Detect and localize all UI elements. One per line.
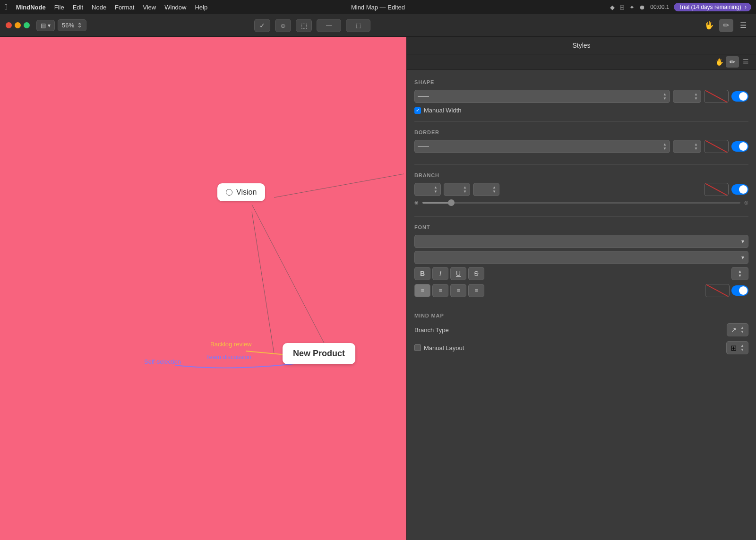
- maximize-button[interactable]: [24, 22, 30, 28]
- align-center-button[interactable]: ≡: [432, 284, 448, 297]
- shape-style-select[interactable]: —— ▲▼: [414, 90, 670, 103]
- font-style-chevron-icon: ▾: [741, 254, 744, 261]
- menubar-window[interactable]: Window: [164, 4, 186, 11]
- toolbar-center: ✓ ☺ ⬚ — ⬚: [254, 19, 370, 32]
- menubar-node[interactable]: Node: [92, 4, 106, 11]
- share-button[interactable]: ⬚: [346, 19, 370, 32]
- menubar-help[interactable]: Help: [195, 4, 207, 11]
- shape-size-spinner[interactable]: ▲▼: [694, 93, 698, 101]
- border-color-swatch[interactable]: [704, 140, 729, 153]
- self-selection-label: Self-selection: [144, 358, 181, 365]
- border-style-select[interactable]: —— ▲▼: [414, 140, 670, 153]
- manual-layout-control[interactable]: ⊞ ▲▼: [726, 341, 748, 354]
- toolbar-left: ▤ ▾ 56% ⇕: [6, 19, 86, 31]
- manual-width-checkbox[interactable]: ✓: [414, 107, 421, 114]
- branch-type-control[interactable]: ↗ ▲▼: [727, 323, 748, 336]
- vision-node[interactable]: Vision: [217, 183, 265, 201]
- view-icon: ▤: [41, 22, 46, 29]
- border-size-select[interactable]: ▲▼: [673, 140, 701, 153]
- branch-style-select-3[interactable]: ▲▼: [473, 183, 499, 196]
- zoom-control[interactable]: 56% ⇕: [58, 19, 86, 31]
- branch-style-2-spinner[interactable]: ▲▼: [463, 186, 467, 194]
- shape-style-spinner[interactable]: ▲▼: [663, 93, 667, 101]
- canvas[interactable]: Vision New Product Backlog review Team d…: [0, 37, 406, 540]
- font-section: FONT ▾ ▾ B I U: [407, 220, 756, 302]
- close-button[interactable]: [6, 22, 12, 28]
- system-icon-1: ◆: [610, 4, 615, 11]
- font-section-title: FONT: [414, 224, 748, 230]
- border-size-spinner[interactable]: ▲▼: [694, 143, 698, 151]
- hand-tool-button[interactable]: 🖐: [702, 19, 716, 32]
- style-panel-button[interactable]: ✏: [719, 19, 733, 32]
- svg-line-6: [705, 183, 728, 196]
- minimize-button[interactable]: [15, 22, 21, 28]
- shape-color-swatch[interactable]: [704, 90, 729, 103]
- font-color-swatch[interactable]: [705, 284, 730, 297]
- border-style-spinner[interactable]: ▲▼: [663, 143, 667, 151]
- manual-width-row: ✓ Manual Width: [414, 107, 748, 114]
- focus-mode-button[interactable]: ✓: [254, 19, 270, 32]
- strikethrough-button[interactable]: S: [468, 267, 484, 280]
- shape-color-diagonal-icon: [704, 90, 728, 103]
- menubar-edit[interactable]: Edit: [73, 4, 83, 11]
- border-color-toggle[interactable]: [731, 141, 748, 152]
- manual-layout-spinner[interactable]: ▲▼: [740, 344, 744, 352]
- branch-style-1-spinner[interactable]: ▲▼: [434, 186, 438, 194]
- shape-color-toggle[interactable]: [731, 91, 748, 102]
- new-product-node[interactable]: New Product: [283, 343, 355, 364]
- align-left-button[interactable]: ≡: [414, 284, 430, 297]
- font-style-select[interactable]: ▾: [414, 251, 748, 264]
- panel-tab-format[interactable]: ✏: [726, 56, 739, 68]
- view-chevron-icon: ▾: [48, 22, 51, 29]
- panel-tab-outline[interactable]: ☰: [739, 56, 752, 68]
- menubar-file[interactable]: File: [54, 4, 64, 11]
- border-color-diagonal-icon: [704, 140, 728, 153]
- team-discussion-label: Team discussion: [206, 353, 251, 360]
- manual-layout-checkbox[interactable]: [414, 344, 421, 351]
- branch-style-select-1[interactable]: ▲▼: [414, 183, 441, 196]
- branch-thickness-slider[interactable]: [422, 202, 740, 204]
- font-size-spinner[interactable]: ▲ ▼: [731, 267, 748, 280]
- link-button[interactable]: —: [317, 19, 341, 32]
- align-right-button[interactable]: ≡: [450, 284, 466, 297]
- outline-panel-button[interactable]: ☰: [736, 19, 750, 32]
- branch-thick-icon: ◎: [744, 200, 748, 205]
- border-controls-row: —— ▲▼ ▲▼: [414, 140, 748, 153]
- view-toggle-button[interactable]: ▤ ▾: [36, 20, 55, 31]
- svg-line-4: [705, 90, 728, 103]
- svg-line-1: [274, 174, 404, 197]
- backlog-label: Backlog review: [210, 341, 251, 348]
- branch-type-spinner[interactable]: ▲▼: [740, 326, 744, 334]
- menubar-format[interactable]: Format: [115, 4, 134, 11]
- align-right-icon: ≡: [456, 287, 460, 294]
- paintbrush-icon: ✏: [723, 21, 729, 30]
- font-color-toggle[interactable]: [731, 285, 748, 296]
- branch-color-swatch[interactable]: [704, 183, 729, 196]
- italic-button[interactable]: I: [432, 267, 448, 280]
- vision-node-label: Vision: [236, 188, 257, 197]
- new-product-node-label: New Product: [293, 349, 345, 358]
- panel-header: Styles: [407, 37, 756, 54]
- branch-style-3-spinner[interactable]: ▲▼: [492, 186, 496, 194]
- trial-badge[interactable]: Trial (14 days remaining) ›: [674, 3, 751, 11]
- branch-style-select-2[interactable]: ▲▼: [444, 183, 470, 196]
- align-justify-button[interactable]: ≡: [468, 284, 484, 297]
- underline-button[interactable]: U: [450, 267, 466, 280]
- apple-menu[interactable]: : [5, 3, 8, 11]
- font-family-select[interactable]: ▾: [414, 235, 748, 248]
- bold-button[interactable]: B: [414, 267, 430, 280]
- panel-tab-style[interactable]: 🖐: [713, 56, 726, 68]
- divider-1: [414, 121, 748, 122]
- menubar-view[interactable]: View: [143, 4, 156, 11]
- shape-size-select[interactable]: ▲▼: [673, 90, 701, 103]
- sticker-button[interactable]: ☺: [275, 19, 291, 32]
- divider-4: [414, 305, 748, 305]
- branch-thickness-thumb[interactable]: [448, 199, 455, 206]
- svg-line-5: [705, 140, 728, 153]
- menubar-appname[interactable]: MindNode: [16, 4, 46, 11]
- align-justify-icon: ≡: [474, 287, 478, 294]
- connections-svg: [0, 37, 406, 540]
- branch-color-toggle[interactable]: [731, 184, 748, 195]
- image-button[interactable]: ⬚: [296, 19, 312, 32]
- share-icon: ⬚: [356, 22, 361, 29]
